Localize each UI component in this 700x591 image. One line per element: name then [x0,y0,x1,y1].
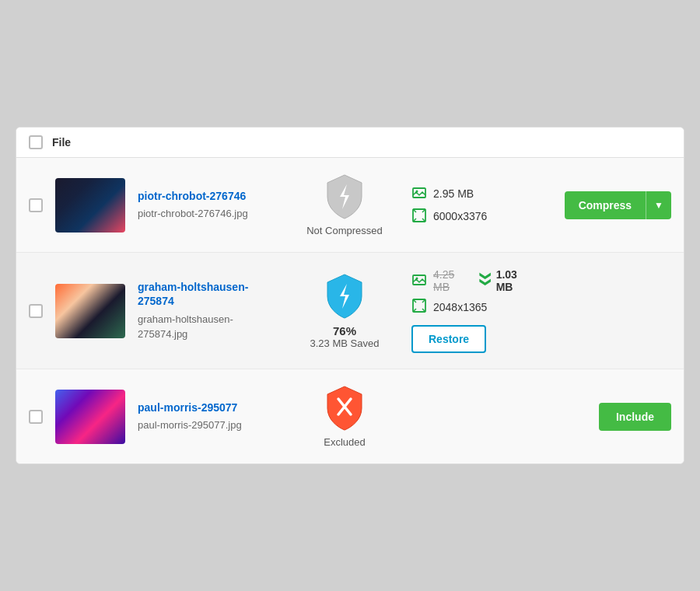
file-link-2[interactable]: graham-holtshausen-275874 [138,280,278,308]
compress-button-1[interactable]: Compress [565,191,646,219]
dimensions-icon-2 [411,298,427,316]
not-compressed-label: Not Compressed [306,225,383,236]
table-row: paul-morris-295077 paul-morris-295077.jp… [16,369,684,463]
thumbnail-1 [55,178,125,233]
file-link-3[interactable]: paul-morris-295077 [138,400,278,414]
file-size-original-2: 4.25 MB [433,268,471,293]
file-column-header: File [52,136,71,149]
excluded-label: Excluded [324,436,365,448]
image-size-icon-2 [411,272,427,290]
status-area-2: 76% 3.23 MB Saved [290,273,399,349]
row-checkbox-2[interactable] [29,304,43,318]
compressed-stats-label: 76% 3.23 MB Saved [310,324,380,349]
action-area-1: Compress ▼ [547,191,671,219]
shield-compressed [324,273,365,320]
file-info-2: graham-holtshausen-275874 graham-holtsha… [138,280,278,341]
compress-btn-group: Compress ▼ [565,191,671,219]
thumbnail-2 [55,284,125,338]
row-checkbox-1[interactable] [29,198,43,212]
image-size-icon-1 [411,185,427,203]
restore-action: Restore [411,325,534,353]
file-plain-name-2: graham-holtshausen-275874.jpg [138,313,233,340]
dimensions-2: 2048x1365 [433,301,487,313]
table-row: piotr-chrobot-276746 piotr-chrobot-27674… [16,158,684,253]
status-area-3: Excluded [290,385,399,448]
row-checkbox-3[interactable] [29,410,43,424]
status-area-1: Not Compressed [290,173,399,236]
file-size-compressed-2: 1.03 MB [496,268,534,293]
file-link-1[interactable]: piotr-chrobot-276746 [138,189,278,203]
shield-not-compressed [324,173,365,220]
file-info-3: paul-morris-295077 paul-morris-295077.jp… [138,400,278,432]
action-area-3: Include [547,403,671,431]
compress-dropdown-1[interactable]: ▼ [646,191,671,219]
compress-saved-size: 3.23 MB Saved [310,337,380,349]
file-plain-name-3: paul-morris-295077.jpg [138,419,242,431]
file-list-panel: File piotr-chrobot-276746 piotr-chrobot-… [16,127,684,464]
table-header: File [16,128,684,158]
thumbnail-3 [55,390,125,444]
file-plain-name-1: piotr-chrobot-276746.jpg [138,208,248,219]
chevron-down-icon: ❮❮ [478,275,490,287]
dimensions-row-1: 6000x3376 [411,208,534,226]
file-info-1: piotr-chrobot-276746 piotr-chrobot-27674… [138,189,278,221]
file-size-1: 2.95 MB [433,187,474,200]
stats-area-1: 2.95 MB 6000x3376 [411,185,534,226]
shield-excluded [324,385,365,432]
include-button-3[interactable]: Include [599,403,671,431]
dimensions-row-2: 2048x1365 [411,298,534,316]
dimensions-1: 6000x3376 [433,210,487,222]
dimensions-icon-1 [411,208,427,226]
restore-button-2[interactable]: Restore [411,325,486,353]
file-size-row-1: 2.95 MB [411,185,534,203]
compress-percent: 76% [310,324,380,337]
select-all-checkbox[interactable] [29,135,43,149]
file-size-row-2: 4.25 MB ❮❮ 1.03 MB [411,268,534,293]
stats-area-2: 4.25 MB ❮❮ 1.03 MB 2048x1365 Restore [411,268,534,353]
table-row: graham-holtshausen-275874 graham-holtsha… [16,253,684,369]
